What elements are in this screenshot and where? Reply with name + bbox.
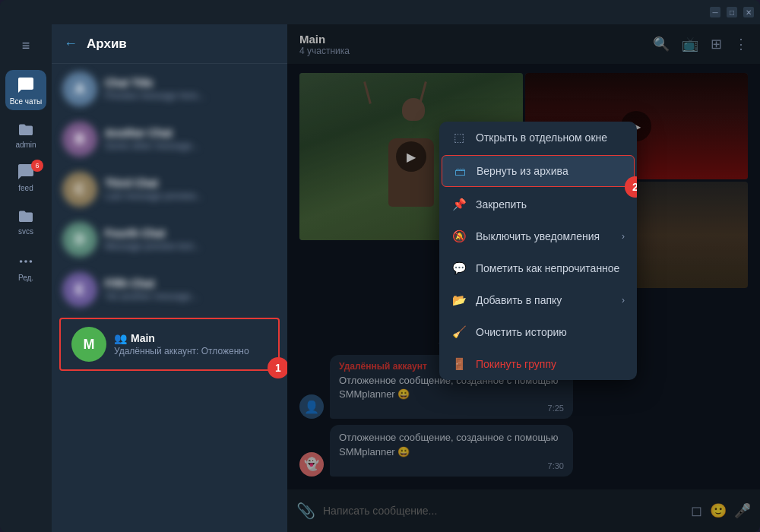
avatar: D [62, 222, 97, 257]
svg-point-2 [30, 260, 33, 263]
chat-preview: Preview message here... [105, 90, 277, 101]
video-icon[interactable]: 📺 [682, 36, 698, 52]
svg-point-0 [20, 260, 23, 263]
chat-preview: Message preview text... [105, 241, 277, 252]
sidebar-item-svcs[interactable]: svcs [5, 200, 46, 240]
input-actions: ◻ 🙂 🎤 [691, 502, 751, 519]
main-chat-name-icon: 👥 [114, 332, 127, 344]
open-window-icon: ⬚ [451, 130, 467, 145]
voice-icon[interactable]: 🎤 [734, 502, 751, 519]
close-button[interactable]: ✕ [743, 7, 754, 17]
mark-unread-icon: 💬 [451, 261, 467, 276]
list-item[interactable]: A Chat Title Preview message here... [52, 64, 287, 114]
avatar: A [62, 71, 97, 106]
chat-header: Main 4 участника 🔍 📺 ⊞ ⋮ [287, 24, 760, 64]
chat-input-bar: 📎 ◻ 🙂 🎤 [287, 489, 760, 532]
svcs-label: svcs [18, 227, 33, 236]
play-button[interactable]: ▶ [396, 141, 426, 172]
list-item[interactable]: D Fourth Chat Message preview text... [52, 214, 287, 264]
main-avatar: M [71, 327, 106, 362]
ctx-pin[interactable]: 📌 Закрепить [439, 188, 637, 220]
unarchive-icon: 🗃 [452, 163, 467, 179]
list-item[interactable]: C Third Chat Last message preview... [52, 164, 287, 214]
ctx-add-folder[interactable]: 📂 Добавить в папку › [439, 284, 637, 316]
pin-icon: 📌 [451, 197, 467, 212]
edit-icon [15, 251, 36, 272]
ctx-leave-group[interactable]: 🚪 Покинуть группу [439, 348, 637, 380]
sidebar-item-all-chats[interactable]: Все чаты [5, 70, 46, 110]
sidebar-item-menu[interactable]: ≡ [5, 30, 46, 61]
emoji-icon[interactable]: 🙂 [710, 502, 727, 519]
sidebar-item-edit[interactable]: Ред. [5, 246, 46, 287]
icon-sidebar: ≡ Все чаты admin 6 [0, 24, 52, 532]
main-layout: ≡ Все чаты admin 6 [0, 24, 760, 532]
ctx-mark-unread[interactable]: 💬 Пометить как непрочитанное [439, 252, 637, 284]
maximize-button[interactable]: □ [727, 7, 737, 17]
chat-header-name: Main [299, 33, 644, 46]
ctx-unarchive-wrapper: 🗃 Вернуть из архива 2 [439, 154, 637, 188]
table-row: 👻 Отложенное сообщение, созданное с помо… [299, 425, 748, 476]
svg-point-1 [24, 260, 27, 263]
admin-folder-icon [15, 118, 36, 139]
chat-main: Main 4 участника 🔍 📺 ⊞ ⋮ [287, 24, 760, 532]
chat-name: Fifth Chat [105, 277, 277, 290]
sidebar-item-admin[interactable]: admin [5, 113, 46, 154]
avatar: B [62, 122, 97, 157]
all-chats-icon [15, 74, 36, 96]
step-1-badge: 1 [268, 357, 287, 378]
ctx-unarchive[interactable]: 🗃 Вернуть из архива [442, 155, 635, 187]
back-button[interactable]: ← [64, 36, 78, 52]
message-bubble: Отложенное сообщение, созданное с помощь… [330, 425, 573, 476]
list-item[interactable]: B Another Chat Some other message... [52, 114, 287, 164]
svcs-folder-icon [15, 204, 36, 226]
context-menu: ⬚ Открыть в отдельном окне 🗃 Вернуть из … [439, 122, 637, 380]
minimize-button[interactable]: ─ [710, 7, 720, 17]
chat-name: Chat Title [105, 77, 277, 89]
main-chat-preview: Удалённый аккаунт: Отложенно [114, 346, 268, 356]
avatar: C [62, 172, 97, 207]
avatar: 👻 [299, 452, 324, 477]
add-folder-icon: 📂 [451, 293, 467, 308]
chat-header-info: Main 4 участника [299, 33, 644, 56]
title-bar: ─ □ ✕ [0, 0, 760, 24]
message-time: 7:30 [339, 461, 564, 470]
app-window: ─ □ ✕ ≡ Все чаты [0, 0, 760, 532]
main-chat-container: M 👥 Main Удалённый аккаунт: Отложенно 1 [58, 318, 281, 371]
mute-icon: 🔕 [451, 229, 467, 244]
chat-name: Fourth Chat [105, 227, 277, 239]
archive-title: Архив [87, 36, 127, 52]
columns-icon[interactable]: ⊞ [711, 36, 722, 52]
message-text: Отложенное сообщение, созданное с помощь… [339, 431, 564, 458]
chat-header-subtitle: 4 участника [299, 46, 644, 56]
all-chats-label: Все чаты [10, 97, 42, 106]
chat-preview: Yet another message... [105, 291, 277, 302]
deer-antler-left [363, 81, 372, 104]
ctx-mute[interactable]: 🔕 Выключить уведомления › [439, 220, 637, 252]
ctx-open-window[interactable]: ⬚ Открыть в отдельном окне [439, 122, 637, 154]
chat-name: Another Chat [105, 127, 277, 139]
avatar: 👤 [299, 394, 324, 419]
chat-name: Third Chat [105, 177, 277, 189]
chat-preview: Some other message... [105, 141, 277, 151]
chat-list-body: A Chat Title Preview message here... B A… [52, 64, 287, 532]
admin-label: admin [15, 141, 36, 149]
list-item[interactable]: E Fifth Chat Yet another message... [52, 264, 287, 315]
sticker-icon[interactable]: ◻ [691, 502, 702, 519]
message-time: 7:25 [339, 404, 564, 413]
arrow-icon: › [622, 231, 625, 242]
message-input[interactable] [323, 505, 683, 517]
avatar: E [62, 272, 97, 307]
chat-header-actions: 🔍 📺 ⊞ ⋮ [653, 36, 748, 52]
feed-badge: 6 [31, 160, 43, 172]
chat-list-header: ← Архив [52, 24, 287, 64]
attach-button[interactable]: 📎 [296, 502, 315, 520]
search-icon[interactable]: 🔍 [653, 36, 670, 52]
ctx-clear-history[interactable]: 🧹 Очистить историю [439, 316, 637, 348]
hamburger-icon: ≡ [15, 35, 36, 56]
main-chat-item[interactable]: M 👥 Main Удалённый аккаунт: Отложенно [59, 318, 280, 371]
clear-history-icon: 🧹 [451, 325, 467, 340]
sidebar-item-feed[interactable]: 6 feed [5, 157, 46, 197]
deer-antler-right [420, 81, 428, 104]
more-icon[interactable]: ⋮ [734, 36, 748, 52]
main-chat-name: 👥 Main [114, 332, 268, 344]
